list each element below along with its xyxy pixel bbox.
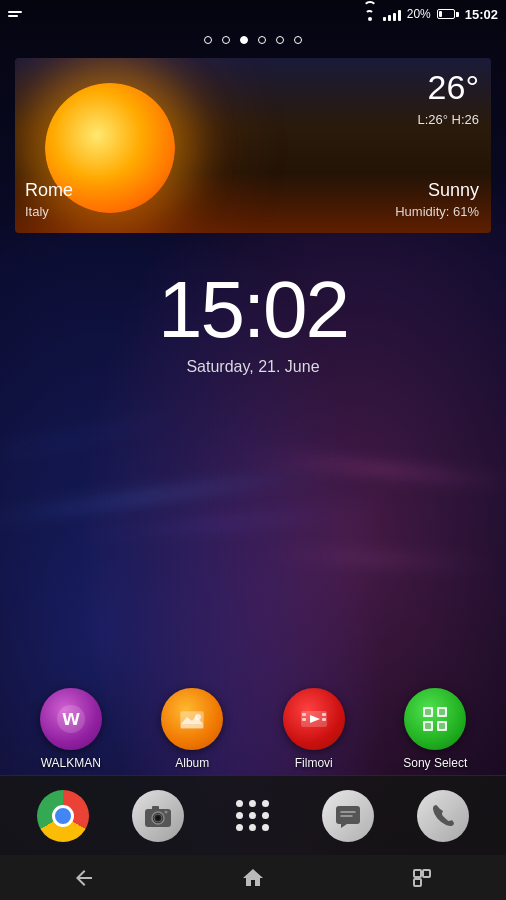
dock-phone[interactable] bbox=[415, 788, 471, 844]
dock-launcher[interactable] bbox=[225, 788, 281, 844]
back-icon bbox=[72, 866, 96, 890]
signal-icon bbox=[383, 7, 401, 21]
weather-widget[interactable]: 26° L:26° H:26 Rome Italy Sunny Humidity… bbox=[15, 58, 491, 233]
app-walkman[interactable]: w WALKMAN bbox=[31, 688, 111, 770]
walkman-svg: w bbox=[53, 701, 89, 737]
svg-marker-27 bbox=[341, 824, 347, 828]
svg-rect-9 bbox=[322, 713, 326, 716]
battery-icon bbox=[437, 9, 459, 19]
wifi-icon bbox=[363, 9, 377, 21]
svg-rect-16 bbox=[425, 709, 431, 715]
back-button[interactable] bbox=[54, 855, 114, 900]
svg-rect-19 bbox=[439, 723, 445, 729]
weather-humidity: Humidity: 61% bbox=[395, 204, 479, 219]
svg-rect-7 bbox=[302, 713, 306, 716]
dot-2[interactable] bbox=[222, 36, 230, 44]
clock-widget: 15:02 Saturday, 21. June bbox=[0, 270, 506, 376]
camera-icon bbox=[132, 790, 184, 842]
phone-svg bbox=[428, 801, 458, 831]
battery-percent: 20% bbox=[407, 7, 431, 21]
dock bbox=[0, 775, 506, 855]
dock-chrome[interactable] bbox=[35, 788, 91, 844]
dots-grid-icon bbox=[236, 800, 270, 831]
app-filmovi[interactable]: Filmovi bbox=[274, 688, 354, 770]
svg-rect-17 bbox=[439, 709, 445, 715]
weather-range: L:26° H:26 bbox=[417, 112, 479, 127]
home-button[interactable] bbox=[223, 855, 283, 900]
svg-rect-10 bbox=[322, 718, 326, 721]
svg-rect-32 bbox=[414, 879, 421, 886]
sonyselect-svg bbox=[417, 701, 453, 737]
app-sonyselect[interactable]: Sony Select bbox=[395, 688, 475, 770]
messages-icon bbox=[322, 790, 374, 842]
walkman-icon: w bbox=[40, 688, 102, 750]
clock-time: 15:02 bbox=[158, 270, 348, 350]
phone-icon bbox=[417, 790, 469, 842]
dot-5[interactable] bbox=[276, 36, 284, 44]
horizon-glow bbox=[15, 173, 491, 233]
clock-date: Saturday, 21. June bbox=[186, 358, 319, 376]
page-dots bbox=[0, 36, 506, 44]
notification-icon bbox=[8, 11, 22, 17]
svg-rect-24 bbox=[152, 806, 159, 810]
album-label: Album bbox=[175, 756, 209, 770]
filmovi-icon bbox=[283, 688, 345, 750]
weather-condition: Sunny bbox=[428, 180, 479, 201]
dot-3[interactable] bbox=[240, 36, 248, 44]
chrome-inner-circle bbox=[52, 805, 74, 827]
album-svg bbox=[174, 701, 210, 737]
svg-text:w: w bbox=[61, 705, 80, 730]
status-bar: 20% 15:02 bbox=[0, 0, 506, 28]
recents-icon bbox=[410, 866, 434, 890]
status-time: 15:02 bbox=[465, 7, 498, 22]
home-icon bbox=[241, 866, 265, 890]
filmovi-svg bbox=[296, 701, 332, 737]
dock-messages[interactable] bbox=[320, 788, 376, 844]
sonyselect-icon bbox=[404, 688, 466, 750]
dot-6[interactable] bbox=[294, 36, 302, 44]
filmovi-label: Filmovi bbox=[295, 756, 333, 770]
messages-svg bbox=[333, 801, 363, 831]
svg-point-23 bbox=[156, 816, 160, 820]
weather-city: Rome bbox=[25, 180, 73, 201]
walkman-label: WALKMAN bbox=[41, 756, 101, 770]
status-left bbox=[8, 11, 22, 17]
svg-point-25 bbox=[164, 810, 167, 813]
weather-temperature: 26° bbox=[428, 70, 479, 104]
sonyselect-label: Sony Select bbox=[403, 756, 467, 770]
recents-button[interactable] bbox=[392, 855, 452, 900]
camera-svg bbox=[143, 801, 173, 831]
dot-1[interactable] bbox=[204, 36, 212, 44]
chrome-icon bbox=[37, 790, 89, 842]
svg-rect-18 bbox=[425, 723, 431, 729]
svg-rect-30 bbox=[414, 870, 421, 877]
nav-bar bbox=[0, 855, 506, 900]
app-row: w WALKMAN Album bbox=[0, 688, 506, 770]
dock-camera[interactable] bbox=[130, 788, 186, 844]
status-right: 20% 15:02 bbox=[363, 7, 498, 22]
svg-rect-26 bbox=[336, 806, 360, 824]
app-album[interactable]: Album bbox=[152, 688, 232, 770]
svg-point-5 bbox=[195, 714, 201, 720]
dot-4[interactable] bbox=[258, 36, 266, 44]
weather-country: Italy bbox=[25, 204, 49, 219]
launcher-icon bbox=[227, 790, 279, 842]
svg-rect-8 bbox=[302, 718, 306, 721]
album-icon bbox=[161, 688, 223, 750]
svg-rect-31 bbox=[423, 870, 430, 877]
